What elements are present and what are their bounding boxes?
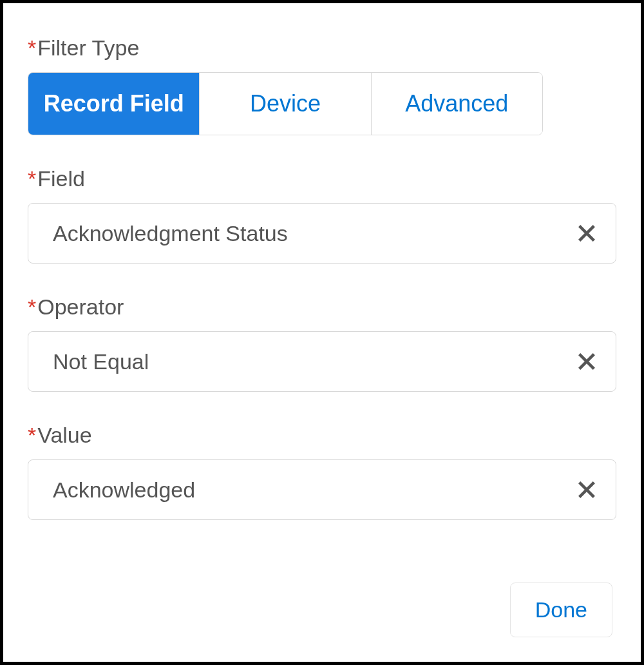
close-icon[interactable] [576,479,598,501]
filter-dialog: *Filter Type Record Field Device Advance… [0,0,644,665]
filter-type-device-label: Device [250,90,321,117]
filter-type-segmented: Record Field Device Advanced [28,72,543,135]
filter-type-device[interactable]: Device [200,73,371,135]
close-icon[interactable] [576,222,598,244]
field-label: *Field [28,166,616,191]
done-button[interactable]: Done [510,583,612,637]
operator-group: *Operator Not Equal [28,294,616,392]
close-icon[interactable] [576,351,598,372]
dialog-footer: Done [28,583,616,637]
required-indicator: * [28,294,36,319]
filter-type-advanced[interactable]: Advanced [372,73,542,135]
field-value: Acknowledgment Status [53,221,576,246]
filter-type-label-text: Filter Type [37,35,139,60]
filter-type-record-field[interactable]: Record Field [28,73,200,135]
value-label: *Value [28,423,616,448]
required-indicator: * [28,35,36,60]
value-input[interactable]: Acknowledged [28,459,616,520]
required-indicator: * [28,423,36,447]
filter-type-label: *Filter Type [28,35,616,61]
filter-type-group: *Filter Type Record Field Device Advance… [28,35,616,135]
field-label-text: Field [37,166,85,191]
value-label-text: Value [37,423,91,447]
operator-value: Not Equal [53,349,576,374]
operator-label-text: Operator [37,294,124,319]
operator-label: *Operator [28,294,616,320]
filter-type-record-field-label: Record Field [44,90,184,117]
field-group: *Field Acknowledgment Status [28,166,616,264]
field-input[interactable]: Acknowledgment Status [28,203,616,264]
done-button-label: Done [535,597,587,622]
operator-input[interactable]: Not Equal [28,331,616,392]
required-indicator: * [28,166,36,191]
value-group: *Value Acknowledged [28,423,616,520]
value-value: Acknowledged [53,477,576,503]
filter-type-advanced-label: Advanced [405,90,508,117]
